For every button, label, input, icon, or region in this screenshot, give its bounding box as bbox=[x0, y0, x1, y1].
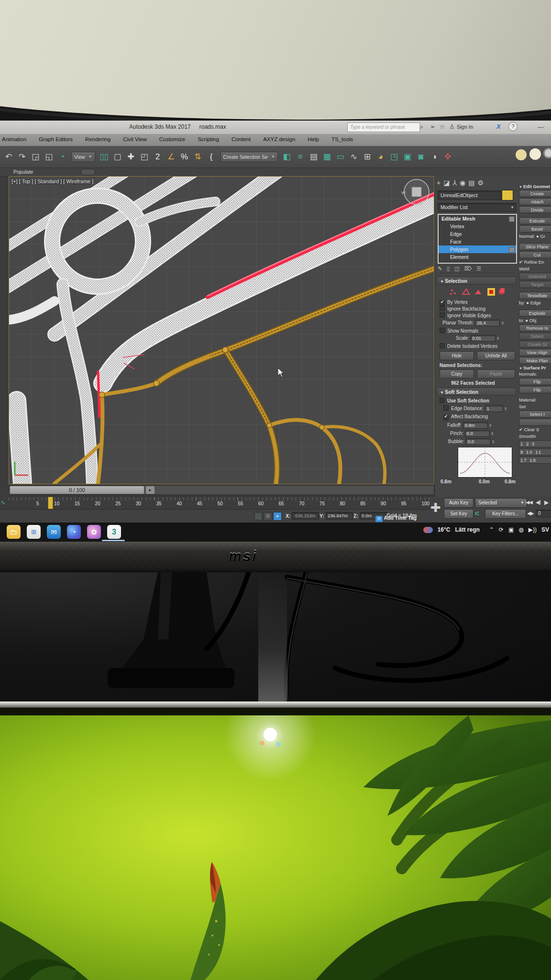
toolbar-icon[interactable]: ∠ bbox=[165, 151, 177, 163]
toolbar-round-button-3[interactable] bbox=[543, 148, 551, 158]
favorites-star-icon[interactable]: ☆ bbox=[440, 122, 445, 131]
toolbar-icon[interactable]: ⇅ bbox=[192, 151, 204, 163]
taskbar-app-icon[interactable]: ✉ bbox=[47, 525, 61, 539]
bubble-input[interactable]: 0.0 bbox=[466, 438, 491, 445]
tray-icon[interactable]: ▶)) bbox=[529, 526, 537, 533]
populate-dropdown[interactable] bbox=[81, 169, 95, 175]
edit-geometry-item[interactable]: Bevel bbox=[519, 225, 551, 233]
edit-geometry-item[interactable]: Create bbox=[519, 190, 551, 197]
menu-item[interactable]: Civil View bbox=[123, 136, 147, 142]
toolbar-round-button-2[interactable] bbox=[529, 148, 541, 160]
pan-navigation-icon[interactable]: ✚ bbox=[430, 501, 441, 515]
stack-tool-icon[interactable]: ✎ bbox=[438, 266, 442, 272]
menu-item[interactable]: AXYZ design bbox=[263, 136, 295, 142]
lock-icon[interactable]: ⚿ bbox=[264, 512, 272, 521]
toolbar-icon[interactable]: ▭ bbox=[334, 151, 347, 163]
exchange-logo-icon[interactable]: X bbox=[496, 123, 501, 130]
edit-geometry-item[interactable]: Extrude bbox=[519, 217, 551, 224]
modifier-list-dropdown[interactable]: Modifier List ▼ bbox=[438, 203, 517, 212]
y-coordinate-field[interactable]: 236.847m bbox=[326, 512, 353, 520]
menu-item[interactable]: Animation bbox=[2, 136, 26, 142]
edit-geometry-item[interactable]: Divide bbox=[519, 206, 551, 213]
toolbar-icon[interactable]: ▤ bbox=[308, 151, 320, 163]
toolbar-icon[interactable]: ↶ bbox=[2, 151, 15, 163]
object-color-swatch[interactable] bbox=[502, 190, 513, 200]
edit-geometry-item[interactable]: Weld bbox=[519, 266, 551, 272]
edit-geometry-item[interactable]: Select I bbox=[519, 411, 551, 418]
show-normals-checkbox[interactable] bbox=[440, 328, 445, 333]
toolbar-icon[interactable]: ✚ bbox=[125, 151, 137, 163]
toolbar-icon[interactable]: ✜ bbox=[441, 151, 454, 163]
edit-geometry-item[interactable] bbox=[519, 419, 551, 426]
menu-item[interactable]: Content bbox=[231, 136, 251, 142]
stack-tool-icon[interactable]: ⌦ bbox=[464, 266, 472, 272]
toolbar-icon[interactable]: ▣ bbox=[401, 151, 414, 163]
toolbar-icon[interactable]: ∿ bbox=[348, 151, 360, 163]
edit-geometry-item[interactable] bbox=[519, 240, 551, 242]
edit-geometry-item[interactable]: Tessellate bbox=[519, 292, 551, 299]
next-frame-button[interactable]: ▸ bbox=[146, 486, 154, 494]
taskbar-app-icon[interactable]: ⊞ bbox=[27, 525, 41, 539]
user-icon[interactable]: ♙ bbox=[449, 122, 455, 131]
toolbar-icon[interactable]: % bbox=[178, 151, 191, 163]
subobject-toggle-icon[interactable] bbox=[509, 216, 515, 222]
edit-geometry-item[interactable]: Material: bbox=[519, 397, 551, 403]
taskbar-app-icon[interactable]: 🗀 bbox=[7, 525, 21, 539]
edit-geometry-item[interactable] bbox=[519, 307, 551, 309]
hide-button[interactable]: Hide bbox=[440, 351, 474, 360]
edit-geometry-item[interactable]: Flip bbox=[519, 386, 551, 393]
x-coordinate-field[interactable]: -536.253m bbox=[292, 512, 319, 520]
command-panel-tab-icon[interactable]: ⅄ bbox=[452, 179, 457, 187]
stack-row[interactable]: Element bbox=[439, 253, 516, 261]
edit-geometry-item[interactable]: Edit Geomet bbox=[519, 184, 551, 189]
edit-geometry-item[interactable]: Target bbox=[519, 281, 551, 288]
edit-geometry-item[interactable] bbox=[519, 394, 551, 396]
edit-geometry-item[interactable]: Surface Pr bbox=[519, 365, 551, 370]
edit-geometry-item[interactable]: by: ● Edge bbox=[519, 300, 551, 306]
auto-key-button[interactable]: Auto Key bbox=[444, 498, 474, 508]
search-icon[interactable]: ⌕ bbox=[420, 122, 423, 131]
sign-in-link[interactable]: Sign In bbox=[457, 124, 473, 130]
frame-spinner-icon[interactable]: ◀▶ bbox=[527, 511, 533, 516]
mini-curve-editor-icon[interactable]: ∿ bbox=[0, 499, 5, 506]
edit-geometry-item[interactable]: to: ● Obj bbox=[519, 318, 551, 323]
tray-icon[interactable]: ▣ bbox=[508, 526, 514, 533]
set-key-button[interactable]: Set Key bbox=[444, 509, 474, 519]
edit-geometry-item[interactable]: Smoothi bbox=[519, 434, 551, 439]
edit-geometry-item[interactable]: Set bbox=[519, 404, 551, 410]
taskbar-app-icon[interactable]: ✿ bbox=[87, 525, 101, 539]
falloff-input[interactable]: 0.8m bbox=[463, 422, 488, 429]
toolbar-icon[interactable]: ≡ bbox=[294, 151, 307, 163]
selection-filter-dropdown[interactable]: View ▼ bbox=[71, 152, 95, 162]
object-name-field[interactable]: UnrealEdObject bbox=[438, 190, 501, 200]
toolbar-icon[interactable]: ▯▯ bbox=[98, 151, 110, 163]
toolbar-icon[interactable]: ◕ bbox=[375, 151, 387, 163]
go-to-start-icon[interactable]: |◀◀ bbox=[525, 500, 532, 505]
copy-button[interactable]: Copy bbox=[440, 369, 474, 379]
menu-item[interactable]: TS_tools bbox=[331, 136, 353, 142]
planar-thresh-input[interactable]: 25.4 bbox=[475, 320, 500, 326]
ignore-backfacing-checkbox[interactable] bbox=[440, 306, 445, 311]
paste-button[interactable]: Paste bbox=[477, 369, 515, 379]
toolbar-icon[interactable]: ⊞ bbox=[361, 151, 374, 163]
affect-backfacing-checkbox[interactable] bbox=[443, 415, 449, 420]
play-icon[interactable]: ▶ bbox=[544, 499, 548, 506]
share-icon[interactable]: ➢ bbox=[430, 122, 435, 131]
subobject-toggle-icon[interactable] bbox=[509, 247, 515, 253]
delete-isolated-checkbox[interactable] bbox=[440, 343, 445, 348]
edge-distance-checkbox[interactable] bbox=[443, 405, 449, 411]
edit-geometry-item[interactable]: Cut bbox=[519, 251, 551, 258]
time-tag-icon[interactable]: ◎ bbox=[375, 516, 383, 522]
edit-geometry-item[interactable] bbox=[519, 289, 551, 291]
time-slider-track[interactable]: 0 / 100 ▸ bbox=[9, 485, 434, 495]
time-slider[interactable]: 0 / 100 bbox=[10, 486, 144, 494]
key-filter-icon[interactable]: ⑆ bbox=[475, 510, 479, 517]
subobject-mode-icons[interactable] bbox=[448, 287, 505, 297]
unhide-all-button[interactable]: Unhide All bbox=[477, 351, 515, 360]
stack-tool-icon[interactable]: ▯ bbox=[447, 266, 450, 272]
edit-geometry-item[interactable]: Remove Is bbox=[519, 324, 551, 332]
edit-geometry-item[interactable]: Attach bbox=[519, 198, 551, 205]
command-panel-tab-icon[interactable]: + bbox=[437, 179, 441, 187]
tray-chevron-icon[interactable]: ⌃ bbox=[489, 526, 494, 533]
menu-item[interactable]: Graph Editors bbox=[39, 136, 73, 142]
